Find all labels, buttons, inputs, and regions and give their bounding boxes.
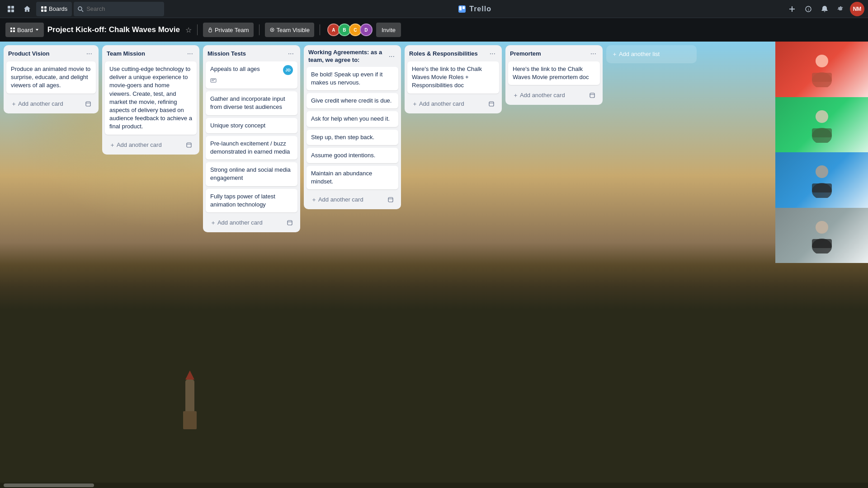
person-silhouette-3	[808, 162, 835, 198]
card-mt-4[interactable]: Pre-launch excitement / buzz demonstrate…	[206, 136, 297, 160]
invite-btn[interactable]: Invite	[376, 23, 401, 37]
search-bar[interactable]	[74, 2, 164, 16]
list-team-mission: Team Mission ··· Use cutting-edge techno…	[102, 45, 199, 155]
svg-rect-51	[812, 239, 832, 248]
svg-point-46	[816, 165, 828, 178]
list-title-roles-responsibilities: Roles & Responsibilities	[409, 50, 488, 58]
list-menu-mission-tests[interactable]: ···	[286, 49, 296, 59]
svg-point-40	[816, 55, 828, 67]
card-tm-1[interactable]: Use cutting-edge technology to deliver a…	[105, 61, 197, 135]
card-wa-1[interactable]: Be bold! Speak up even if it makes us ne…	[307, 67, 398, 90]
svg-rect-32	[288, 221, 292, 225]
svg-point-43	[816, 110, 828, 123]
list-product-vision: Product Vision ··· Produce an animated m…	[4, 45, 99, 113]
video-tile-inner-3	[775, 152, 868, 208]
add-card-team-mission[interactable]: ＋ Add another card	[105, 138, 197, 152]
boards-nav-btn[interactable]: Boards	[36, 2, 72, 16]
card-mt-3[interactable]: Unique story concept	[206, 118, 297, 133]
add-card-premortem[interactable]: ＋ Add another card	[508, 89, 600, 102]
list-menu-product-vision[interactable]: ···	[85, 49, 94, 59]
card-mt-5[interactable]: Strong online and social media engagemen…	[206, 162, 297, 186]
board-menu-btn[interactable]: Board	[5, 23, 44, 37]
card-wa-2[interactable]: Give credit where credit is due.	[307, 93, 398, 108]
card-template-icon-2	[186, 142, 192, 148]
info-icon-btn[interactable]: i	[801, 2, 816, 16]
list-cards-premortem: Here's the link to the Chalk Waves Movie…	[505, 61, 603, 88]
card-mt-6[interactable]: Fully taps power of latest animation tec…	[206, 189, 297, 212]
add-card-product-vision[interactable]: ＋ Add another card	[6, 97, 96, 111]
scrollbar-area[interactable]	[0, 483, 868, 488]
board-canvas: Product Vision ··· Produce an animated m…	[0, 42, 868, 488]
member-avatars: A B C D	[327, 23, 373, 36]
svg-rect-25	[86, 102, 90, 106]
list-title-product-vision: Product Vision	[8, 50, 85, 58]
list-menu-premortem[interactable]: ···	[589, 49, 598, 59]
star-btn[interactable]: ☆	[185, 26, 192, 34]
board-btn-label: Board	[17, 27, 33, 33]
svg-point-8	[78, 7, 82, 10]
right-nav-icons: i NM	[785, 2, 864, 16]
list-cards-roles-responsibilities: Here's the link to the Chalk Waves Movie…	[405, 61, 502, 96]
card-mt-2[interactable]: Gather and incorporate input from divers…	[206, 91, 297, 115]
list-roles-responsibilities: Roles & Responsibilities ··· Here's the …	[405, 45, 502, 113]
video-tile-inner-2	[775, 97, 868, 153]
add-icon-btn[interactable]	[785, 2, 799, 16]
video-tile-inner-4	[775, 208, 868, 263]
svg-rect-4	[41, 6, 43, 9]
card-attachment-icon	[210, 78, 217, 83]
home-nav-btn[interactable]	[20, 2, 34, 16]
add-card-working-agreements[interactable]: ＋ Add another card	[307, 193, 398, 206]
card-wa-5[interactable]: Assume good intentions.	[307, 148, 398, 163]
card-template-icon	[85, 101, 91, 107]
card-rr-1[interactable]: Here's the link to the Chalk Waves Movie…	[407, 61, 499, 94]
list-title-team-mission: Team Mission	[107, 50, 185, 58]
list-header-roles-responsibilities: Roles & Responsibilities ···	[405, 45, 502, 61]
card-wa-6[interactable]: Maintain an abundance mindset.	[307, 166, 398, 189]
card-mt-1[interactable]: Appeals to all ages JD	[206, 61, 297, 89]
svg-rect-3	[11, 9, 14, 12]
svg-rect-42	[812, 73, 832, 82]
board-header: Board Project Kick-off: Chalk Waves Movi…	[0, 18, 868, 42]
svg-rect-0	[8, 6, 10, 9]
notification-icon-btn[interactable]	[817, 2, 832, 16]
add-card-roles-responsibilities[interactable]: ＋ Add another card	[407, 97, 499, 111]
divider3	[320, 24, 320, 35]
trello-logo: Trello	[166, 5, 783, 14]
card-pre-1[interactable]: Here's the link to the Chalk Waves Movie…	[508, 61, 600, 85]
svg-rect-17	[10, 30, 12, 32]
settings-icon-btn[interactable]	[834, 2, 848, 16]
private-team-btn[interactable]: Private Team	[203, 23, 254, 37]
team-visible-btn[interactable]: Team Visible	[265, 23, 314, 37]
search-icon	[77, 6, 84, 12]
svg-rect-34	[388, 197, 393, 202]
lists-container: Product Vision ··· Produce an animated m…	[4, 45, 697, 484]
person-silhouette-4	[808, 217, 835, 253]
list-header-working-agreements: Working Agreements: as a team, we agree …	[304, 45, 401, 67]
card-template-icon-5	[488, 101, 495, 107]
video-tile-inner-1	[775, 42, 868, 97]
svg-point-49	[816, 221, 828, 234]
svg-rect-36	[489, 102, 494, 106]
svg-rect-18	[13, 30, 15, 32]
member-avatar-4[interactable]: D	[360, 23, 373, 36]
card-avatar-mt1: JD	[283, 65, 293, 75]
user-avatar[interactable]: NM	[850, 2, 864, 16]
home-icon-btn[interactable]	[4, 2, 18, 16]
card-pv-1[interactable]: Produce an animated movie to surprise, e…	[6, 61, 96, 94]
list-header-premortem: Premortem ···	[505, 45, 603, 61]
svg-rect-11	[459, 6, 462, 10]
person-silhouette-2	[808, 107, 835, 143]
list-cards-product-vision: Produce an animated movie to surprise, e…	[4, 61, 99, 96]
list-menu-team-mission[interactable]: ···	[185, 49, 195, 59]
card-wa-4[interactable]: Step up, then step back.	[307, 130, 398, 145]
list-menu-roles-responsibilities[interactable]: ···	[488, 49, 497, 59]
search-input[interactable]	[86, 5, 150, 12]
list-menu-working-agreements[interactable]: ···	[387, 52, 396, 61]
add-list-btn[interactable]: ＋ Add another list	[606, 45, 697, 63]
logo-text: Trello	[469, 5, 491, 13]
svg-rect-48	[812, 183, 832, 192]
svg-line-9	[82, 10, 84, 12]
add-card-mission-tests[interactable]: ＋ Add another card	[206, 216, 297, 230]
card-wa-3[interactable]: Ask for help when you need it.	[307, 111, 398, 127]
list-header-team-mission: Team Mission ···	[102, 45, 199, 61]
